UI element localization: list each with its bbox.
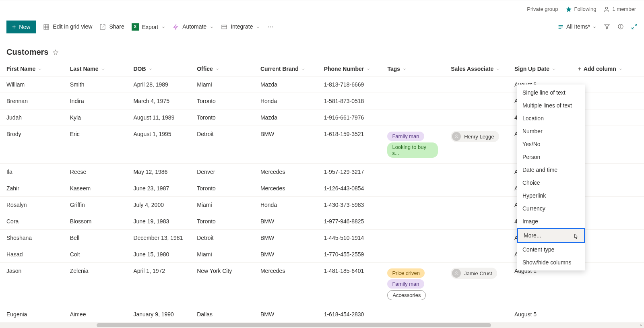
- svg-point-17: [456, 272, 457, 273]
- cell-sales-associate: [444, 109, 508, 126]
- dropdown-item[interactable]: Single line of text: [517, 86, 585, 99]
- cell-phone: 1-770-455-2559: [318, 246, 381, 263]
- integrate-button[interactable]: Integrate: [221, 23, 260, 30]
- add-column-button[interactable]: + Add column: [578, 66, 623, 72]
- star-filled-icon: [566, 6, 572, 12]
- column-header-label: Office: [197, 66, 213, 72]
- cell-last-name: Zelenia: [64, 263, 127, 306]
- tag-chip: Accessories: [387, 290, 426, 300]
- cell-first-name: Jason: [0, 263, 64, 306]
- column-header-sign-up-date[interactable]: Sign Up Date: [514, 66, 556, 72]
- view-switcher[interactable]: All Items*: [557, 23, 597, 30]
- associate-chip: Henry Legge: [451, 131, 499, 142]
- cell-office: Miami: [190, 197, 254, 213]
- chevron-down-icon: [161, 24, 165, 30]
- dropdown-item[interactable]: More...: [517, 228, 585, 243]
- share-button[interactable]: Share: [99, 23, 124, 30]
- dropdown-item[interactable]: Yes/No: [517, 138, 585, 151]
- cell-first-name: Eugenia: [0, 306, 64, 323]
- column-header-dob[interactable]: DOB: [133, 66, 152, 72]
- dropdown-item[interactable]: Location: [517, 112, 585, 125]
- member-count[interactable]: 1 member: [603, 6, 636, 12]
- dropdown-item[interactable]: Image: [517, 215, 585, 228]
- chevron-down-icon: [101, 66, 105, 72]
- favorite-star-button[interactable]: [52, 49, 59, 56]
- associate-name: Henry Legge: [464, 134, 494, 140]
- cell-sales-associate: [444, 230, 508, 246]
- cell-office: Miami: [190, 246, 254, 263]
- new-button-label: New: [19, 24, 30, 30]
- cell-phone: 1-581-873-0518: [318, 93, 381, 109]
- cell-office: Detroit: [190, 230, 254, 246]
- horizontal-scrollbar-thumb[interactable]: [97, 323, 491, 327]
- new-button[interactable]: + New: [6, 21, 36, 33]
- horizontal-scrollbar-track[interactable]: [0, 322, 638, 328]
- cell-first-name: Hasad: [0, 246, 64, 263]
- dropdown-item[interactable]: Number: [517, 125, 585, 138]
- cell-phone: 1-618-159-3521: [318, 126, 381, 164]
- cell-dob: June 15, 1980: [127, 246, 190, 263]
- column-header-last-name[interactable]: Last Name: [70, 66, 105, 72]
- cell-first-name: Ila: [0, 164, 64, 180]
- column-header-label: Sign Up Date: [514, 66, 549, 72]
- dropdown-item[interactable]: Content type: [517, 243, 585, 256]
- cell-last-name: Smith: [64, 76, 127, 93]
- command-bar-right: All Items*: [557, 23, 638, 30]
- chevron-down-icon: [149, 66, 153, 72]
- column-header-label: First Name: [6, 66, 35, 72]
- filter-button[interactable]: [604, 23, 610, 30]
- cell-dob: December 13, 1981: [127, 230, 190, 246]
- cell-office: Detroit: [190, 126, 254, 164]
- export-button[interactable]: X Export: [132, 23, 165, 31]
- cell-first-name: Shoshana: [0, 230, 64, 246]
- share-icon: [99, 23, 106, 30]
- cell-sales-associate: Henry Legge: [444, 126, 508, 164]
- column-header-tags[interactable]: Tags: [387, 66, 407, 72]
- dropdown-item[interactable]: Multiple lines of text: [517, 99, 585, 112]
- site-header: Private group Following 1 member: [0, 0, 644, 18]
- chevron-down-icon: [256, 23, 260, 30]
- column-header-office[interactable]: Office: [197, 66, 219, 72]
- chevron-down-icon: [552, 66, 556, 72]
- chevron-down-icon: [619, 66, 623, 72]
- dropdown-item[interactable]: Show/hide columns: [517, 256, 585, 269]
- cell-first-name: Cora: [0, 213, 64, 230]
- cell-last-name: Colt: [64, 246, 127, 263]
- member-count-label: 1 member: [612, 6, 636, 12]
- cell-sales-associate: [444, 197, 508, 213]
- svg-rect-1: [44, 25, 49, 29]
- cell-phone: 1-957-129-3217: [318, 164, 381, 180]
- cell-dob: March 4, 1975: [127, 93, 190, 109]
- info-button[interactable]: [617, 23, 624, 30]
- following-toggle[interactable]: Following: [566, 6, 597, 12]
- column-header-current-brand[interactable]: Current Brand: [260, 66, 305, 72]
- cell-phone: 1-916-661-7976: [318, 109, 381, 126]
- column-header-sales-associate[interactable]: Sales Associate: [451, 66, 500, 72]
- cell-office: Miami: [190, 76, 254, 93]
- dropdown-item[interactable]: Person: [517, 151, 585, 163]
- column-header-first-name[interactable]: First Name: [6, 66, 42, 72]
- expand-button[interactable]: [631, 23, 638, 30]
- column-header-phone[interactable]: Phone Number: [324, 66, 371, 72]
- cell-last-name: Kyla: [64, 109, 127, 126]
- scrollbar-right-arrow[interactable]: [638, 322, 644, 328]
- dropdown-item[interactable]: Choice: [517, 176, 585, 189]
- svg-rect-6: [222, 25, 227, 29]
- more-commands-button[interactable]: ···: [267, 23, 273, 31]
- table-row[interactable]: EugeniaAimeeJanuary 9, 1990DallasBMW1-61…: [0, 306, 644, 323]
- edit-grid-label: Edit in grid view: [53, 23, 92, 30]
- dropdown-item[interactable]: Currency: [517, 202, 585, 215]
- cell-dob: May 12, 1986: [127, 164, 190, 180]
- cell-phone: 1-430-373-5983: [318, 197, 381, 213]
- cell-office: Denver: [190, 164, 254, 180]
- cell-sign-up-date: August 5: [508, 306, 572, 323]
- automate-button[interactable]: Automate: [173, 23, 214, 30]
- integrate-label: Integrate: [231, 23, 253, 30]
- cell-brand: Mercedes: [254, 180, 318, 197]
- cell-first-name: Zahir: [0, 180, 64, 197]
- cell-brand: Mercedes: [254, 263, 318, 306]
- dropdown-item[interactable]: Date and time: [517, 163, 585, 176]
- cell-first-name: Judah: [0, 109, 64, 126]
- dropdown-item[interactable]: Hyperlink: [517, 189, 585, 202]
- edit-in-grid-button[interactable]: Edit in grid view: [43, 23, 92, 30]
